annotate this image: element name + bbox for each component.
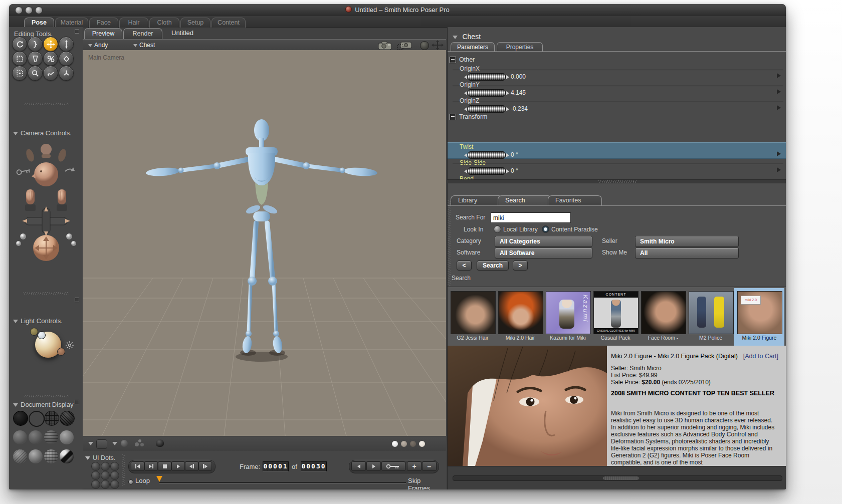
rotate-tool-button[interactable]: [12, 37, 27, 52]
side-side-dial[interactable]: [464, 167, 509, 175]
actor-header[interactable]: Chest: [453, 32, 481, 41]
ground-shadow-icon[interactable]: [156, 439, 164, 447]
stop-button[interactable]: [158, 461, 171, 471]
search-button[interactable]: Search: [477, 261, 509, 271]
display-lit-wireframe-button[interactable]: [13, 430, 27, 444]
result-thumbnail[interactable]: [689, 291, 734, 334]
param-menu-arrow[interactable]: [777, 167, 781, 172]
twist-tool-button[interactable]: [28, 37, 43, 52]
param-value[interactable]: 0.000: [511, 73, 526, 80]
result-label[interactable]: M2 Police: [688, 335, 733, 341]
light-indicator-2[interactable]: [38, 331, 46, 339]
step-back-button[interactable]: [185, 461, 198, 471]
tab-properties[interactable]: Properties: [497, 42, 543, 52]
direct-manipulation-tool-button[interactable]: [59, 66, 74, 81]
chain-break-tool-button[interactable]: [43, 51, 58, 66]
viewport[interactable]: Main Camera: [83, 50, 446, 436]
ui-dots-header[interactable]: UI Dots.: [85, 453, 115, 462]
param-value[interactable]: -0.234: [511, 105, 528, 112]
originx-dial[interactable]: [464, 73, 509, 81]
param-value[interactable]: 0 °: [511, 151, 518, 158]
view-magnifier-tool-button[interactable]: [28, 66, 43, 81]
next-page-button[interactable]: >: [513, 261, 528, 271]
ui-dot[interactable]: [110, 462, 119, 471]
ui-dot[interactable]: [101, 462, 110, 471]
software-select[interactable]: All Software: [495, 247, 592, 259]
panel-resize-grip[interactable]: [23, 292, 69, 295]
group-other[interactable]: Other: [450, 56, 475, 63]
ui-dot[interactable]: [91, 471, 100, 480]
skip-frames-label[interactable]: Skip Frames: [406, 477, 446, 489]
tab-render[interactable]: Render: [123, 28, 162, 39]
display-wireframe-button[interactable]: [44, 411, 59, 426]
camera-controls-header[interactable]: Camera Controls.: [13, 128, 72, 137]
display-flat-shaded-button[interactable]: [29, 430, 43, 444]
color-tool-button[interactable]: [59, 51, 74, 66]
display-smooth-shaded-button[interactable]: [29, 449, 43, 463]
result-label[interactable]: Miki 2.0 Hair: [498, 335, 543, 341]
seller-select[interactable]: Smith Micro: [635, 236, 739, 247]
display-cartoon-button[interactable]: [60, 430, 74, 444]
current-frame-counter[interactable]: 00001: [263, 461, 289, 471]
param-value[interactable]: 0 °: [511, 167, 518, 174]
timeline-marker[interactable]: [156, 476, 162, 482]
display-texture-shaded-button[interactable]: [13, 449, 27, 463]
horizontal-scrollbar[interactable]: [453, 475, 782, 481]
loop-label[interactable]: Loop: [135, 477, 150, 484]
result-thumbnail[interactable]: CONTENTCASUAL CLOTHES for MIKI: [593, 291, 639, 334]
result-thumbnail[interactable]: [451, 291, 496, 334]
param-menu-arrow[interactable]: [777, 105, 781, 110]
prev-page-button[interactable]: <: [457, 261, 472, 271]
step-forward-button[interactable]: [198, 461, 212, 471]
result-label[interactable]: Miki 2.0 Figure: [737, 335, 782, 341]
panel-resize-grip[interactable]: [23, 395, 69, 397]
tab-pose[interactable]: Pose: [24, 18, 54, 28]
panel-resize-grip[interactable]: [23, 103, 69, 105]
param-value[interactable]: 4.145: [511, 89, 526, 96]
scrollbar-handle[interactable]: [603, 476, 639, 480]
display-flat-lined-button[interactable]: [44, 430, 58, 444]
content-paradise-radio[interactable]: [542, 225, 549, 233]
ui-dot[interactable]: [91, 480, 100, 489]
result-thumbnail[interactable]: Kazumi: [546, 291, 591, 334]
local-library-label[interactable]: Local Library: [503, 226, 538, 233]
tab-hair[interactable]: Hair: [119, 18, 148, 28]
tab-preview[interactable]: Preview: [84, 28, 122, 39]
last-frame-button[interactable]: [144, 461, 158, 471]
next-keyframe-button[interactable]: [366, 461, 381, 471]
result-label[interactable]: Kazumi for Miki: [545, 335, 590, 341]
tab-parameters[interactable]: Parameters: [451, 42, 495, 52]
scale-tool-button[interactable]: [12, 51, 27, 66]
originz-dial[interactable]: [464, 105, 509, 113]
add-keyframe-button[interactable]: +: [407, 461, 422, 471]
display-style-triangle[interactable]: [112, 442, 117, 445]
twist-dial[interactable]: [464, 151, 509, 159]
group-transform[interactable]: Transform: [450, 113, 488, 120]
collapse-box-icon[interactable]: [450, 57, 456, 63]
local-library-radio[interactable]: [494, 225, 501, 233]
translate-in-out-tool-button[interactable]: [59, 37, 74, 52]
title-bar[interactable]: Untitled – Smith Micro Poser Pro: [9, 4, 786, 17]
panel-resize-grip[interactable]: [122, 454, 125, 486]
depth-cue-ball-icon[interactable]: [121, 440, 128, 447]
tab-library[interactable]: Library: [451, 195, 503, 206]
display-smooth-lined-button[interactable]: [44, 449, 58, 463]
ui-dot[interactable]: [101, 471, 110, 480]
result-label[interactable]: G2 Jessi Hair: [450, 335, 495, 341]
panel-corner-icon[interactable]: [75, 400, 79, 404]
ui-dot[interactable]: [110, 471, 119, 480]
result-label[interactable]: Face Room -: [641, 335, 686, 341]
camera-flyaround-icon[interactable]: [396, 40, 412, 51]
display-outline-button[interactable]: [29, 411, 45, 427]
viewport-menu-triangle[interactable]: [88, 442, 93, 445]
panel-resize-grip[interactable]: [598, 180, 637, 183]
originy-dial[interactable]: [464, 89, 509, 97]
shadow-toggle-icon[interactable]: [135, 439, 144, 447]
scene-3d[interactable]: [83, 50, 446, 436]
translate-pull-tool-button[interactable]: [43, 37, 58, 52]
result-label[interactable]: Casual Pack: [593, 335, 638, 341]
add-to-cart-link[interactable]: [Add to Cart]: [743, 353, 778, 360]
show-me-select[interactable]: All: [635, 247, 739, 259]
taper-tool-button[interactable]: [28, 51, 43, 66]
result-thumbnail[interactable]: [498, 291, 543, 334]
